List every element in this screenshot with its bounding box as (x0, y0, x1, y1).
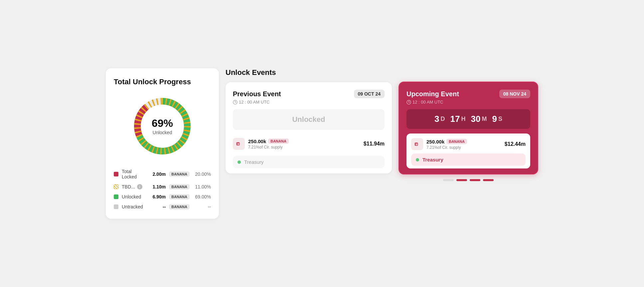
token-icon (233, 138, 245, 150)
locked-pct: 20.00% (193, 171, 211, 177)
token-value: $11.94m (364, 141, 385, 147)
dot-2[interactable] (456, 179, 467, 181)
unlocked-badge: BANANA (169, 194, 190, 199)
upcoming-event-header: Upcoming Event 08 NOV 24 (406, 90, 530, 98)
previous-treasury-row: Treasury (233, 156, 385, 168)
right-panel: Upcoming Event 08 NOV 24 12 : 00 AM UTC … (399, 68, 538, 219)
section-title: Unlock Events (226, 68, 392, 77)
untracked-pct: -- (193, 204, 211, 209)
upcoming-treasury-row: Treasury (411, 153, 526, 166)
previous-event-time: 12 : 00 AM UTC (233, 100, 385, 105)
upcoming-token-amount-row: 250.00k BANANA (426, 139, 501, 144)
middle-panel: Unlock Events Previous Event 09 OCT 24 1… (226, 68, 392, 219)
locked-name: Total Locked (122, 169, 144, 179)
upcoming-time-text: 12 : 00 AM UTC (412, 100, 443, 105)
countdown-days-unit: D (441, 116, 445, 123)
countdown-minutes-unit: M (482, 116, 487, 123)
tbd-dot (114, 184, 118, 189)
previous-time-text: 12 : 00 AM UTC (239, 100, 269, 105)
upcoming-token-value: $12.44m (505, 141, 526, 147)
svg-rect-8 (238, 143, 239, 145)
token-badge: BANANA (268, 139, 289, 144)
donut-center: 69% Unlocked (152, 117, 173, 136)
treasury-label: Treasury (244, 159, 380, 165)
tbd-badge: BANANA (169, 184, 190, 189)
previous-event-card: Previous Event 09 OCT 24 12 : 00 AM UTC … (226, 82, 392, 173)
upcoming-treasury-dot (416, 158, 419, 161)
upcoming-token-supply: 7.21%of Cir. supply (426, 145, 501, 150)
locked-badge: BANANA (169, 171, 190, 177)
legend-row-locked: Total Locked 2.00m BANANA 20.00% (114, 169, 211, 179)
countdown-box: 3 D 17 H 30 M 9 S (406, 109, 530, 129)
donut-wrapper: 69% Unlocked (114, 93, 211, 159)
previous-event-date: 09 OCT 24 (354, 90, 385, 98)
token-amount: 250.00k (248, 139, 266, 144)
token-amount-row: 250.00k BANANA (248, 139, 360, 144)
upcoming-inner-card: 250.00k BANANA 7.21%of Cir. supply $12.4… (406, 134, 530, 168)
untracked-amount: -- (147, 204, 166, 209)
locked-dot (114, 172, 118, 176)
info-icon[interactable]: i (137, 184, 142, 189)
treasury-dot (238, 160, 241, 164)
upcoming-event-date: 08 NOV 24 (499, 90, 530, 98)
banana-icon (236, 141, 242, 147)
left-panel: Total Unlock Progress 69% Unlocked (106, 68, 219, 219)
upcoming-token-row: 250.00k BANANA 7.21%of Cir. supply $12.4… (411, 138, 526, 150)
token-supply: 7.21%of Cir. supply (248, 145, 360, 149)
locked-amount: 2.00m (147, 171, 166, 177)
svg-rect-13 (416, 144, 417, 145)
countdown-hours-unit: H (461, 116, 465, 123)
upcoming-token-badge: BANANA (446, 139, 467, 144)
donut-percent: 69% (152, 117, 173, 130)
bottom-dots (399, 179, 538, 181)
countdown-minutes: 30 (471, 114, 480, 124)
legend-row-unlocked: Unlocked 6.90m BANANA 69.00% (114, 194, 211, 199)
countdown-hours: 17 (450, 114, 460, 124)
previous-event-title: Previous Event (233, 90, 281, 98)
legend-row-untracked: Untracked -- BANANA -- (114, 204, 211, 209)
upcoming-event-title: Upcoming Event (406, 90, 459, 98)
countdown-seconds-unit: S (498, 116, 502, 123)
legend-row-tbd: TBD... i 1.10m BANANA 11.00% (114, 184, 211, 189)
dot-4[interactable] (483, 179, 494, 181)
unlocked-pct: 69.00% (193, 194, 211, 199)
unlocked-status-box: Unlocked (233, 109, 385, 130)
donut-chart: 69% Unlocked (129, 93, 196, 159)
unlocked-amount: 6.90m (147, 194, 166, 199)
dot-1[interactable] (443, 179, 454, 181)
main-container: Total Unlock Progress 69% Unlocked (106, 68, 538, 219)
upcoming-token-icon (411, 138, 423, 150)
upcoming-treasury-label: Treasury (422, 157, 521, 162)
untracked-dot (114, 204, 118, 209)
upcoming-token-info: 250.00k BANANA 7.21%of Cir. supply (426, 139, 501, 150)
panel-title: Total Unlock Progress (114, 78, 211, 86)
tbd-pct: 11.00% (193, 184, 211, 189)
dot-3[interactable] (470, 179, 480, 181)
clock-icon (233, 100, 238, 105)
untracked-name: Untracked (122, 204, 144, 209)
upcoming-event-time: 12 : 00 AM UTC (406, 100, 530, 105)
previous-event-header: Previous Event 09 OCT 24 (233, 90, 385, 98)
upcoming-token-amount: 250.00k (426, 139, 444, 144)
unlocked-dot (114, 194, 118, 199)
previous-token-row: 250.00k BANANA 7.21%of Cir. supply $11.9… (233, 135, 385, 154)
countdown-seconds: 9 (492, 114, 497, 124)
tbd-amount: 1.10m (147, 184, 166, 189)
unlocked-status-text: Unlocked (292, 115, 325, 124)
untracked-badge: BANANA (169, 204, 190, 209)
token-info: 250.00k BANANA 7.21%of Cir. supply (248, 139, 360, 149)
upcoming-clock-icon (406, 100, 411, 105)
upcoming-event-card: Upcoming Event 08 NOV 24 12 : 00 AM UTC … (399, 82, 538, 174)
tbd-name: TBD... i (122, 184, 144, 189)
legend-items: Total Locked 2.00m BANANA 20.00% TBD... … (114, 169, 211, 209)
countdown-days: 3 (434, 114, 439, 124)
donut-label: Unlocked (153, 130, 172, 135)
unlocked-name: Unlocked (122, 194, 144, 199)
upcoming-banana-icon (414, 141, 420, 147)
